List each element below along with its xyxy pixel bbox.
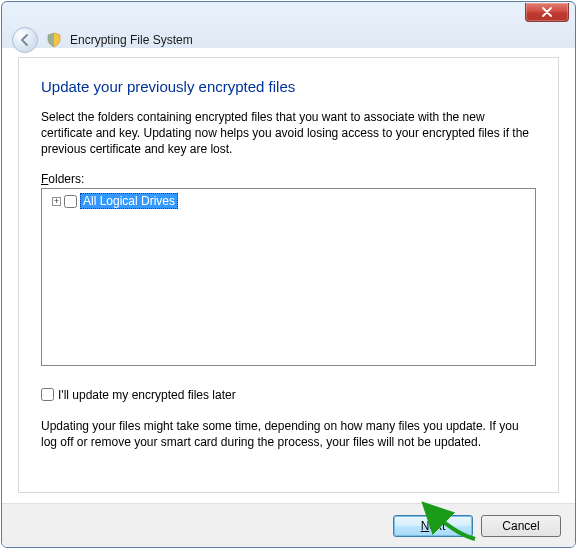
update-later-row[interactable]: I'll update my encrypted files later [41, 388, 536, 402]
next-button[interactable]: Next [393, 515, 473, 537]
back-arrow-icon [18, 33, 32, 47]
close-button[interactable] [525, 3, 569, 22]
page-heading: Update your previously encrypted files [41, 78, 536, 95]
content-panel: Update your previously encrypted files S… [18, 57, 559, 493]
close-icon [541, 7, 553, 17]
tree-item-all-logical-drives[interactable]: All Logical Drives [80, 193, 178, 209]
titlebar [2, 2, 575, 30]
update-later-checkbox[interactable] [41, 388, 54, 401]
update-later-label: I'll update my encrypted files later [58, 388, 236, 402]
footer: Next Cancel [2, 503, 575, 547]
folders-label: Folders: [41, 172, 536, 186]
back-button[interactable] [12, 27, 38, 53]
tree-expander[interactable]: + [52, 197, 61, 206]
folders-tree[interactable]: + All Logical Drives [41, 188, 536, 366]
shield-icon [46, 32, 62, 48]
tree-row[interactable]: + All Logical Drives [46, 193, 531, 210]
header-row: Encrypting File System [12, 28, 565, 52]
intro-text: Select the folders containing encrypted … [41, 109, 536, 158]
cancel-button[interactable]: Cancel [481, 515, 561, 537]
tree-checkbox[interactable] [64, 195, 77, 208]
note-text: Updating your files might take some time… [41, 418, 536, 450]
header-title: Encrypting File System [70, 33, 193, 47]
wizard-window: Encrypting File System Update your previ… [1, 1, 576, 548]
